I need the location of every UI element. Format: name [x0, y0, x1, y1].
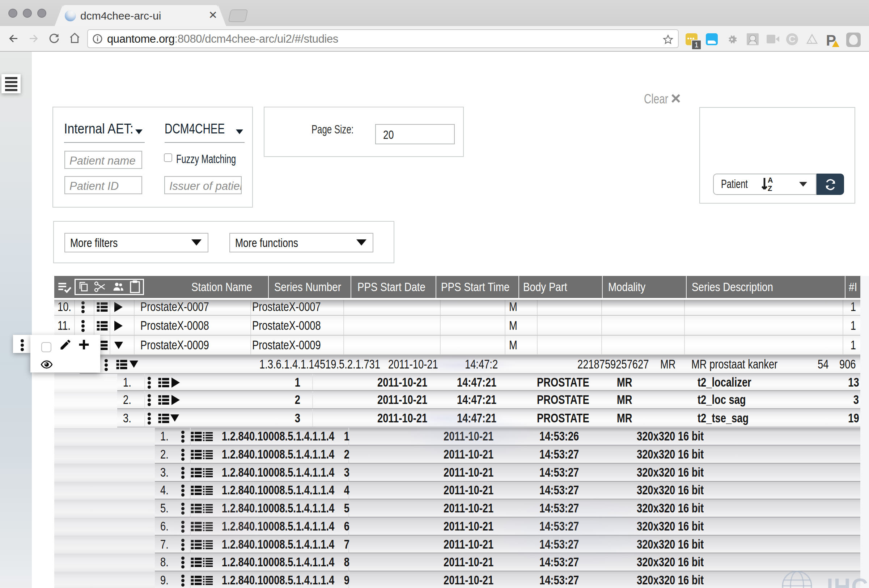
svg-text:Z: Z [768, 184, 772, 193]
svg-text:IHCO: IHCO [827, 574, 869, 588]
svg-text:A: A [768, 176, 773, 184]
